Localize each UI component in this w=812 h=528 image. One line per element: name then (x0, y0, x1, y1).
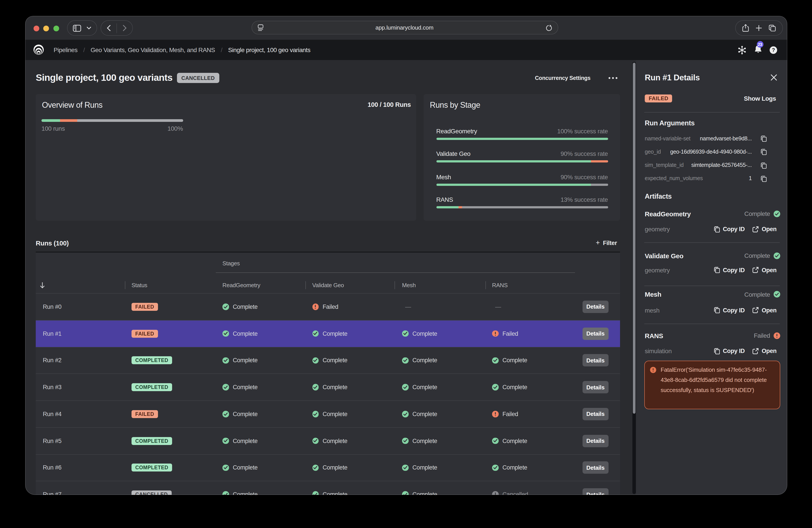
svg-text:?: ? (772, 47, 775, 53)
